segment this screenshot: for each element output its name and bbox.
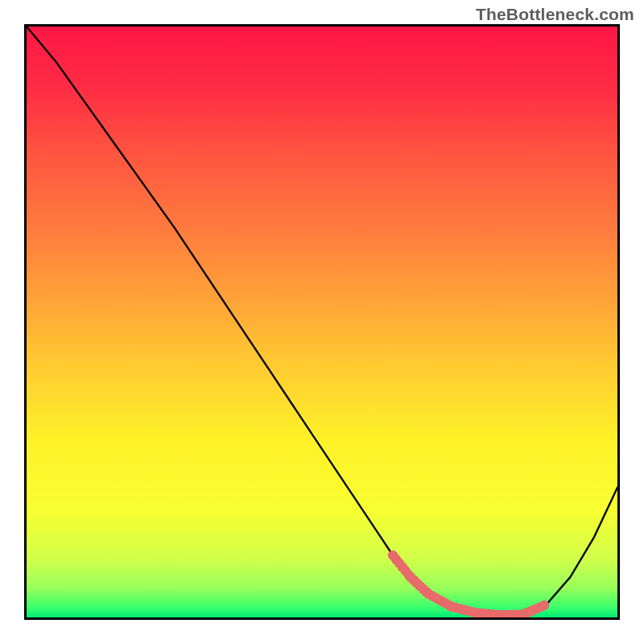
bottleneck-curve (27, 27, 617, 615)
plot-area (24, 24, 620, 620)
chart-container: TheBottleneck.com (0, 0, 644, 644)
svg-point-42 (539, 601, 549, 610)
highlight-zone (388, 551, 549, 617)
curve-layer (27, 27, 617, 617)
watermark-text: TheBottleneck.com (476, 5, 634, 24)
